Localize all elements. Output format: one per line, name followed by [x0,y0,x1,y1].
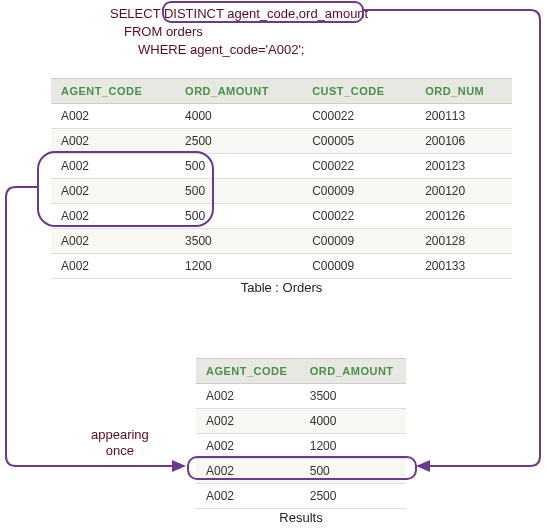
orders-table: AGENT_CODE ORD_AMOUNT CUST_CODE ORD_NUM … [51,78,512,279]
sql-line-3: WHERE agent_code='A002'; [138,41,368,59]
table-row: A0022500 [196,484,406,509]
orders-caption: Table : Orders [51,280,512,295]
appearing-once-line2: once [91,443,149,459]
appearing-once-line1: appearing [91,427,149,443]
results-header-ord-amount: ORD_AMOUNT [300,359,406,384]
results-table: AGENT_CODE ORD_AMOUNT A0023500 A0024000 … [196,358,406,509]
results-header-agent-code: AGENT_CODE [196,359,300,384]
table-row: A0024000C00022200113 [51,104,512,129]
table-row: A0022500C00005200106 [51,129,512,154]
orders-header-agent-code: AGENT_CODE [51,79,175,104]
results-caption: Results [196,510,406,525]
sql-line-2: FROM orders [124,23,368,41]
results-header-row: AGENT_CODE ORD_AMOUNT [196,359,406,384]
table-row: A002500C00022200123 [51,154,512,179]
orders-header-ord-amount: ORD_AMOUNT [175,79,302,104]
orders-header-row: AGENT_CODE ORD_AMOUNT CUST_CODE ORD_NUM [51,79,512,104]
appearing-once-label: appearing once [91,427,149,458]
table-row: A002500C00009200120 [51,179,512,204]
table-row: A0024000 [196,409,406,434]
sql-select: SELECT [110,6,164,21]
sql-query: SELECT DISTINCT agent_code,ord_amount FR… [110,5,368,60]
orders-header-cust-code: CUST_CODE [302,79,415,104]
table-row: A0021200C00009200133 [51,254,512,279]
table-row: A0023500 [196,384,406,409]
orders-header-ord-num: ORD_NUM [415,79,512,104]
table-row: A002500 [196,459,406,484]
table-row: A0021200 [196,434,406,459]
table-row: A0023500C00009200128 [51,229,512,254]
sql-line-1: SELECT DISTINCT agent_code,ord_amount [110,5,368,23]
table-row: A002500C00022200126 [51,204,512,229]
sql-distinct-clause: DISTINCT agent_code,ord_amount [164,6,368,21]
